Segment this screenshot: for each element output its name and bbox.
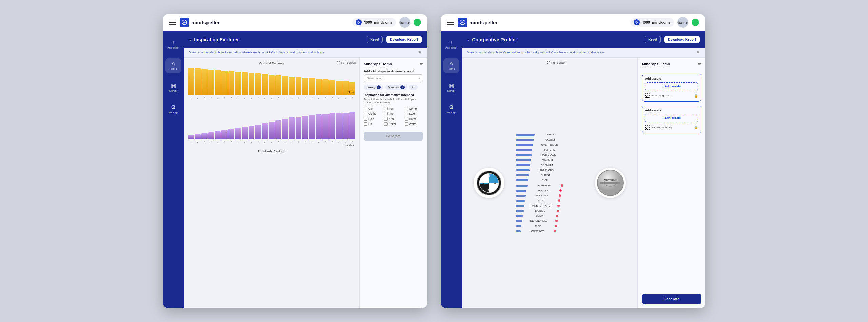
bar-popularity <box>228 129 234 139</box>
edit-icon[interactable]: ✏ <box>420 62 423 66</box>
word-bar-left <box>516 215 523 217</box>
tag-more[interactable]: +1 <box>409 85 418 90</box>
navbar-2: mindspeller ⬡ 4000 mindcoins Hannes <box>441 14 705 31</box>
chevron-down-icon: ▾ <box>418 77 420 80</box>
side-panel-header: Mindrops Demo ✏ <box>364 62 423 66</box>
home-icon-2: ⌂ <box>450 61 453 67</box>
word-bar-left <box>516 190 526 192</box>
word-row: ROAD <box>516 198 583 203</box>
fullscreen-icon-2: ⛶ <box>547 61 550 64</box>
checkbox-box[interactable] <box>405 107 408 110</box>
window-inspiration-explorer: mindspeller ⬡ 4000 mindcoins Hannes ＋ Ad… <box>163 14 427 308</box>
checkbox-box[interactable] <box>364 112 367 115</box>
checkbox-steel[interactable]: Steel <box>405 112 423 115</box>
word-dot-right <box>555 220 558 222</box>
checkbox-box[interactable] <box>405 122 408 126</box>
sidebar-item-add-asset-2[interactable]: ＋ Add asset <box>443 36 459 52</box>
credits-display-2: ⬡ 4000 mindcoins <box>630 18 674 27</box>
info-banner: Want to understand how Association wheel… <box>184 48 427 58</box>
checkbox-box[interactable] <box>384 107 388 110</box>
bar-original <box>289 77 295 95</box>
bar-original <box>249 73 255 95</box>
hamburger-menu[interactable] <box>169 20 176 25</box>
checkbox-cloths[interactable]: Cloths <box>364 112 382 115</box>
sidebar-item-library[interactable]: ▦ Library <box>165 80 181 95</box>
checkbox-box[interactable] <box>384 122 388 126</box>
word-row: MOBILE <box>516 209 583 213</box>
generate-button-2[interactable]: Generate <box>642 294 701 304</box>
content-area: ⛶ Full screen Original Ranking Arm <box>184 58 427 308</box>
main-content-2: ‹ Competitive Profiler Reset Download Re… <box>462 31 705 308</box>
download-report-button[interactable]: Download Report <box>386 36 422 43</box>
checkbox-label: Hit <box>368 122 372 126</box>
checkbox-arm[interactable]: Arm <box>384 117 403 121</box>
word-row: BEEP <box>516 214 583 218</box>
word-bar-left <box>516 159 531 161</box>
checkbox-iron[interactable]: Iron <box>384 107 403 110</box>
bar-original <box>235 72 241 94</box>
bar-original <box>342 81 349 94</box>
checkbox-box[interactable] <box>364 117 367 121</box>
credits-amount: 4000 <box>364 20 372 24</box>
sidebar-item-add-asset[interactable]: ＋ Add asset <box>165 36 181 52</box>
word-bar-left <box>516 195 526 197</box>
user-avatar-2[interactable]: Hannes <box>677 17 688 28</box>
bar-original <box>188 68 194 95</box>
popularity-ranking-chart: Loyality Popularity Ranking <box>188 110 355 153</box>
reset-button[interactable]: Reset <box>367 36 383 43</box>
bar-popularity <box>215 131 221 139</box>
info-close-button[interactable]: ✕ <box>418 50 422 55</box>
sidebar-item-home-2[interactable]: ⌂ Home <box>443 58 459 73</box>
checkbox-fire[interactable]: Fire <box>384 112 403 115</box>
checkbox-grid: Car Iron Corner Cloths Fire Steel Hold A… <box>364 107 423 126</box>
bar-original <box>262 74 268 94</box>
checkbox-horse[interactable]: Horse <box>405 117 423 121</box>
tag-brandish-remove[interactable]: ✕ <box>400 85 405 89</box>
checkbox-box[interactable] <box>364 107 367 110</box>
main-content: ‹ Inspiration Explorer Reset Download Re… <box>184 31 427 308</box>
checkbox-hold[interactable]: Hold <box>364 117 382 121</box>
user-name-2: Hannes <box>677 20 688 24</box>
word-bar-left <box>516 144 533 146</box>
svg-rect-9 <box>600 182 620 184</box>
user-avatar[interactable]: Hannes <box>399 17 410 28</box>
checkbox-poker[interactable]: Poker <box>384 122 403 126</box>
back-button-2[interactable]: ‹ <box>467 37 469 42</box>
add-assets-button-1[interactable]: + Add assets <box>645 82 698 90</box>
checkbox-corner[interactable]: Corner <box>405 107 423 110</box>
asset-file-row-1: 🖼 BMW Logo.png 🔒 <box>645 93 698 99</box>
download-report-button-2[interactable]: Download Report <box>664 36 700 43</box>
checkbox-box[interactable] <box>384 112 388 115</box>
word-dot-right <box>557 210 559 212</box>
fullscreen-label-2: Full screen <box>551 61 566 64</box>
sidebar-item-settings[interactable]: ⚙ Settings <box>165 101 181 117</box>
checkbox-white[interactable]: White <box>405 122 423 126</box>
checkbox-box[interactable] <box>405 117 408 121</box>
sidebar-item-settings-2[interactable]: ⚙ Settings <box>443 101 459 117</box>
bar-original <box>329 80 335 95</box>
tag-luxury-remove[interactable]: ✕ <box>377 85 381 89</box>
generate-button[interactable]: Generate <box>364 132 423 141</box>
chart-panel: ⛶ Full screen Original Ranking Arm <box>184 58 359 308</box>
bar-original <box>221 71 228 95</box>
checkbox-box[interactable] <box>364 122 367 126</box>
hamburger-menu-2[interactable] <box>447 20 454 25</box>
checkbox-box[interactable] <box>405 112 408 115</box>
edit-icon-2[interactable]: ✏ <box>698 62 701 66</box>
word-bar-left <box>516 164 530 166</box>
checkbox-hit[interactable]: Hit <box>364 122 382 126</box>
page-title: Inspiration Explorer <box>194 37 363 42</box>
checkbox-car[interactable]: Car <box>364 107 382 110</box>
add-assets-button-2[interactable]: + Add assets <box>645 114 698 122</box>
sidebar-item-library-2[interactable]: ▦ Library <box>443 80 459 95</box>
fullscreen-button-2[interactable]: ⛶ Full screen <box>547 61 566 64</box>
nissan-logo-svg: NISSAN <box>597 169 624 196</box>
back-button[interactable]: ‹ <box>189 37 191 42</box>
word-select-dropdown[interactable]: Select a word ▾ <box>364 74 423 82</box>
credits-icon-2: ⬡ <box>634 19 640 25</box>
reset-button-2[interactable]: Reset <box>645 36 661 43</box>
info-close-button-2[interactable]: ✕ <box>696 50 700 55</box>
word-row: DEPENDABLE <box>516 219 583 223</box>
sidebar-item-home[interactable]: ⌂ Home <box>165 58 181 73</box>
checkbox-box[interactable] <box>384 117 388 121</box>
